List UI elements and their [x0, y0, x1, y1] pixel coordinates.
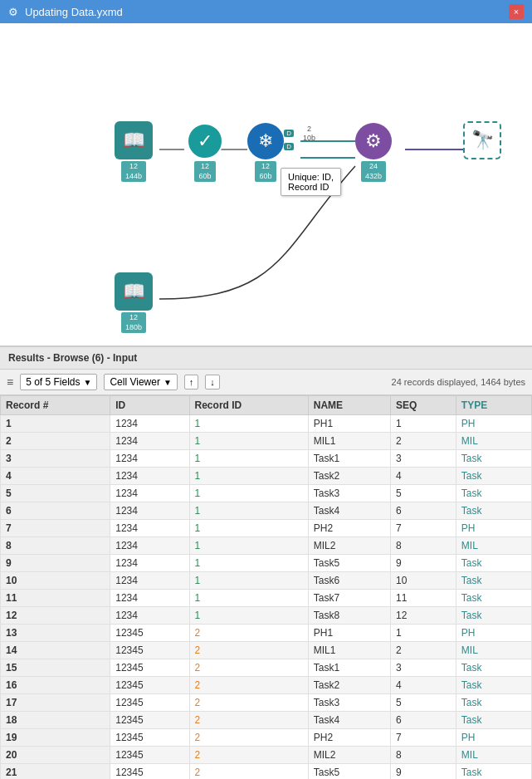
table-row[interactable]: 21 12345 2 Task5 9 Task: [1, 764, 532, 780]
table-row[interactable]: 15 12345 2 Task1 3 Task: [1, 659, 532, 677]
cell-type: Task: [456, 450, 531, 468]
col-record-id[interactable]: Record ID: [189, 396, 308, 415]
table-row[interactable]: 17 12345 2 Task3 5 Task: [1, 694, 532, 712]
cell-type: Task: [456, 712, 531, 729]
cell-id: 1234: [110, 415, 189, 433]
cell-name: PH2: [308, 520, 390, 537]
cell-rid: 2: [189, 642, 308, 659]
cell-rec: 5: [1, 485, 110, 502]
table-row[interactable]: 11 1234 1 Task7 11 Task: [1, 590, 532, 607]
cell-seq: 12: [391, 607, 456, 625]
cell-rec: 18: [1, 712, 110, 729]
table-container[interactable]: Record # ID Record ID NAME SEQ TYPE 1 12…: [0, 395, 532, 779]
cell-rid: 1: [189, 590, 308, 607]
col-name[interactable]: NAME: [308, 396, 390, 415]
cell-id: 12345: [110, 659, 189, 677]
col-id[interactable]: ID: [110, 396, 189, 415]
table-row[interactable]: 3 1234 1 Task1 3 Task: [1, 450, 532, 468]
cell-type: MIL: [456, 433, 531, 450]
canvas-svg: [0, 23, 532, 345]
node-input1[interactable]: 📖 12144b: [115, 121, 153, 182]
cell-name: Task2: [308, 468, 390, 485]
col-seq[interactable]: SEQ: [391, 396, 456, 415]
node-input2[interactable]: 📖 12180b: [115, 272, 153, 333]
cell-rid: 1: [189, 607, 308, 625]
cell-rid: 1: [189, 537, 308, 555]
col-record-num[interactable]: Record #: [1, 396, 110, 415]
table-row[interactable]: 13 12345 2 PH1 1 PH: [1, 625, 532, 642]
cell-rid: 2: [189, 677, 308, 694]
cell-rec: 2: [1, 433, 110, 450]
cell-rec: 11: [1, 590, 110, 607]
table-row[interactable]: 18 12345 2 Task4 6 Task: [1, 712, 532, 729]
node-unique[interactable]: ❄ 1260b D D 210b: [247, 123, 284, 182]
table-row[interactable]: 20 12345 2 MIL2 8 MIL: [1, 747, 532, 764]
cell-seq: 7: [391, 729, 456, 747]
cell-seq: 2: [391, 642, 456, 659]
cell-id: 12345: [110, 642, 189, 659]
cell-type: Task: [456, 694, 531, 712]
node-check[interactable]: ✓ 1260b: [187, 123, 223, 182]
cell-name: MIL2: [308, 747, 390, 764]
cell-seq: 3: [391, 659, 456, 677]
cell-rec: 8: [1, 537, 110, 555]
cell-seq: 11: [391, 590, 456, 607]
table-row[interactable]: 16 12345 2 Task2 4 Task: [1, 677, 532, 694]
cell-seq: 6: [391, 712, 456, 729]
cell-id: 1234: [110, 433, 189, 450]
viewer-select[interactable]: Cell Viewer ▼: [104, 374, 177, 390]
cell-name: PH2: [308, 729, 390, 747]
cell-rec: 16: [1, 677, 110, 694]
cell-id: 12345: [110, 694, 189, 712]
close-button[interactable]: ×: [509, 4, 524, 19]
table-row[interactable]: 8 1234 1 MIL2 8 MIL: [1, 537, 532, 555]
cell-id: 12345: [110, 729, 189, 747]
table-row[interactable]: 4 1234 1 Task2 4 Task: [1, 468, 532, 485]
cell-id: 1234: [110, 450, 189, 468]
table-row[interactable]: 7 1234 1 PH2 7 PH: [1, 520, 532, 537]
cell-type: Task: [456, 764, 531, 780]
cell-type: Task: [456, 485, 531, 502]
table-row[interactable]: 14 12345 2 MIL1 2 MIL: [1, 642, 532, 659]
tooltip-text: Unique: ID,Record ID: [288, 172, 334, 192]
cell-seq: 5: [391, 485, 456, 502]
col-type[interactable]: TYPE: [456, 396, 531, 415]
cell-id: 1234: [110, 590, 189, 607]
table-row[interactable]: 1 1234 1 PH1 1 PH: [1, 415, 532, 433]
cell-name: Task3: [308, 694, 390, 712]
cell-rec: 10: [1, 572, 110, 590]
table-row[interactable]: 19 12345 2 PH2 7 PH: [1, 729, 532, 747]
cell-name: Task2: [308, 677, 390, 694]
sort-desc-button[interactable]: ↓: [205, 375, 220, 390]
table-row[interactable]: 9 1234 1 Task5 9 Task: [1, 555, 532, 572]
cell-id: 1234: [110, 502, 189, 520]
table-row[interactable]: 5 1234 1 Task3 5 Task: [1, 485, 532, 502]
cell-rid: 1: [189, 485, 308, 502]
cell-seq: 10: [391, 572, 456, 590]
cell-id: 1234: [110, 555, 189, 572]
cell-seq: 8: [391, 537, 456, 555]
chevron-down-icon: ▼: [84, 378, 92, 387]
results-header: Results - Browse (6) - Input: [0, 347, 532, 370]
cell-rid: 2: [189, 625, 308, 642]
table-row[interactable]: 10 1234 1 Task6 10 Task: [1, 572, 532, 590]
node-browse[interactable]: 🔭: [463, 121, 501, 159]
table-row[interactable]: 2 1234 1 MIL1 2 MIL: [1, 433, 532, 450]
cell-rid: 1: [189, 415, 308, 433]
table-row[interactable]: 12 1234 1 Task8 12 Task: [1, 607, 532, 625]
cell-rid: 1: [189, 555, 308, 572]
cell-seq: 5: [391, 694, 456, 712]
cell-name: Task3: [308, 485, 390, 502]
title-bar-icon: ⚙: [8, 6, 18, 18]
results-table: Record # ID Record ID NAME SEQ TYPE 1 12…: [0, 395, 532, 779]
cell-rec: 9: [1, 555, 110, 572]
sort-asc-button[interactable]: ↑: [184, 375, 199, 390]
cell-name: Task8: [308, 607, 390, 625]
list-icon: ≡: [7, 375, 13, 389]
cell-rid: 2: [189, 694, 308, 712]
fields-select[interactable]: 5 of 5 Fields ▼: [20, 374, 97, 390]
cell-rec: 20: [1, 747, 110, 764]
table-row[interactable]: 6 1234 1 Task4 6 Task: [1, 502, 532, 520]
cell-name: Task4: [308, 502, 390, 520]
node-config[interactable]: ⚙ 24432b: [355, 123, 392, 182]
